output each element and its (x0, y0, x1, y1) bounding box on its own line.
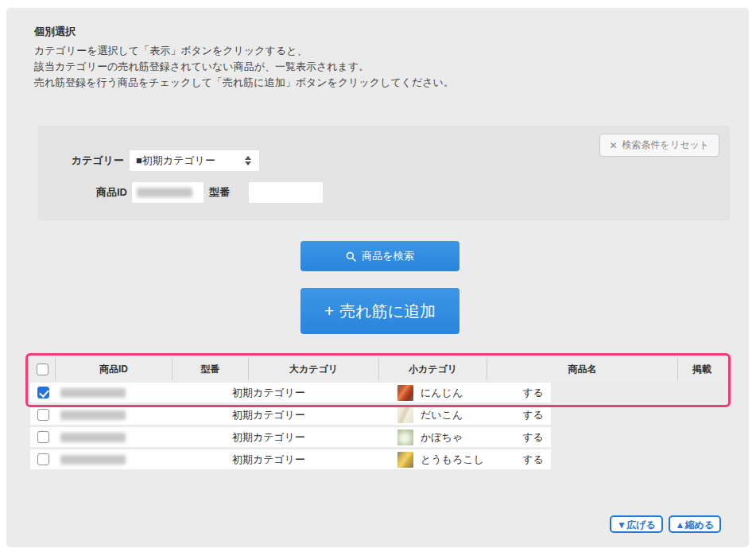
table-row: 初期カテゴリー だいこん する (30, 405, 551, 425)
col-header-model-number: 型番 (173, 358, 249, 380)
col-header-product-name: 商品名 (487, 358, 678, 380)
footer-buttons: ▼広げる ▲縮める (610, 515, 721, 533)
row-sub-category: かぼちゃ (421, 430, 463, 445)
category-select-value: ■初期カテゴリー (136, 154, 245, 168)
row-checkbox[interactable] (37, 431, 49, 443)
row-sub-category: にんじん (421, 386, 463, 400)
product-thumbnail (397, 430, 413, 445)
row-large-category: 初期カテゴリー (173, 405, 364, 425)
reset-search-label: 検索条件をリセット (622, 138, 709, 152)
search-products-label: 商品を検索 (362, 249, 413, 263)
row-checkbox-cell (30, 405, 56, 425)
row-checkbox-cell (30, 383, 56, 402)
table-body: 初期カテゴリー にんじん する 初期カテゴリー だいこん する 初期カテゴリー (30, 383, 726, 469)
product-thumbnail (397, 385, 413, 401)
col-header-sub-category: 小カテゴリ (379, 358, 487, 380)
add-to-bestsellers-button[interactable]: + 売れ筋に追加 (300, 288, 459, 334)
row-checkbox-cell (30, 449, 56, 469)
instructions: カテゴリーを選択して「表示」ボタンをクリックすると、 該当カテゴリーの売れ筋登録… (34, 43, 454, 91)
table-row: 初期カテゴリー かぼちゃ する (30, 427, 551, 447)
product-id-input[interactable] (131, 181, 204, 204)
redacted-product-id-value (137, 188, 192, 197)
row-product-id-cell (56, 405, 173, 425)
row-sub-category-cell: だいこん (364, 405, 515, 425)
search-icon (346, 251, 356, 262)
shrink-button[interactable]: ▲縮める (669, 515, 721, 533)
row-posted: する (515, 449, 551, 469)
category-label: カテゴリー (38, 154, 124, 167)
model-number-input[interactable] (248, 181, 324, 204)
row-checkbox[interactable] (37, 409, 49, 421)
search-products-button[interactable]: 商品を検索 (300, 241, 459, 271)
instruction-line-2: 該当カテゴリーの売れ筋登録されていない商品が、一覧表示されます。 (34, 59, 454, 75)
table-row: 初期カテゴリー にんじん する (30, 383, 551, 402)
row-posted: する (515, 427, 551, 447)
row-checkbox[interactable] (37, 453, 49, 465)
header-checkbox-cell (30, 358, 56, 380)
instruction-line-3: 売れ筋登録を行う商品をチェックして「売れ筋に追加」ボタンをクリックしてください。 (34, 75, 454, 91)
product-id-redacted (60, 388, 126, 398)
row-sub-category: だいこん (421, 408, 463, 422)
instruction-line-1: カテゴリーを選択して「表示」ボタンをクリックすると、 (34, 43, 454, 59)
product-thumbnail (397, 452, 413, 468)
model-number-label: 型番 (209, 186, 236, 199)
row-large-category: 初期カテゴリー (173, 427, 364, 447)
reset-search-button[interactable]: ✕ 検索条件をリセット (599, 134, 719, 157)
col-header-posted: 掲載 (678, 358, 726, 380)
product-id-redacted (60, 455, 126, 465)
plus-icon: + (324, 301, 334, 321)
page-title: 個別選択 (34, 25, 76, 39)
col-header-large-category: 大カテゴリ (249, 358, 379, 380)
expand-button[interactable]: ▼広げる (610, 515, 662, 533)
row-large-category: 初期カテゴリー (173, 449, 364, 469)
select-spinner-icon (245, 156, 251, 165)
product-id-label: 商品ID (38, 186, 127, 199)
product-id-redacted (60, 410, 126, 420)
row-checkbox[interactable] (37, 387, 49, 399)
row-sub-category: とうもろこし (421, 453, 484, 467)
row-sub-category-cell: とうもろこし (364, 449, 515, 469)
row-sub-category-cell: かぼちゃ (364, 427, 515, 447)
product-thumbnail (397, 407, 413, 423)
search-filter-panel: ✕ 検索条件をリセット カテゴリー ■初期カテゴリー 商品ID 型番 (38, 126, 730, 220)
row-checkbox-cell (30, 427, 56, 447)
category-select[interactable]: ■初期カテゴリー (129, 150, 260, 172)
row-posted: する (515, 383, 551, 402)
product-table: 商品ID 型番 大カテゴリ 小カテゴリ 商品名 掲載 初期カテゴリー にんじん … (30, 358, 726, 469)
col-header-product-id: 商品ID (56, 358, 173, 380)
table-row: 初期カテゴリー とうもろこし する (30, 449, 551, 469)
row-sub-category-cell: にんじん (364, 383, 515, 402)
select-all-checkbox[interactable] (37, 364, 48, 375)
close-icon: ✕ (610, 140, 618, 151)
product-id-redacted (60, 433, 126, 442)
add-to-bestsellers-label: 売れ筋に追加 (339, 301, 436, 322)
row-large-category: 初期カテゴリー (173, 383, 364, 402)
table-header: 商品ID 型番 大カテゴリ 小カテゴリ 商品名 掲載 (30, 358, 726, 380)
row-product-id-cell (56, 383, 173, 402)
row-product-id-cell (56, 449, 173, 469)
row-posted: する (515, 405, 551, 425)
row-product-id-cell (56, 427, 173, 447)
content-panel: 個別選択 カテゴリーを選択して「表示」ボタンをクリックすると、 該当カテゴリーの… (6, 8, 749, 547)
